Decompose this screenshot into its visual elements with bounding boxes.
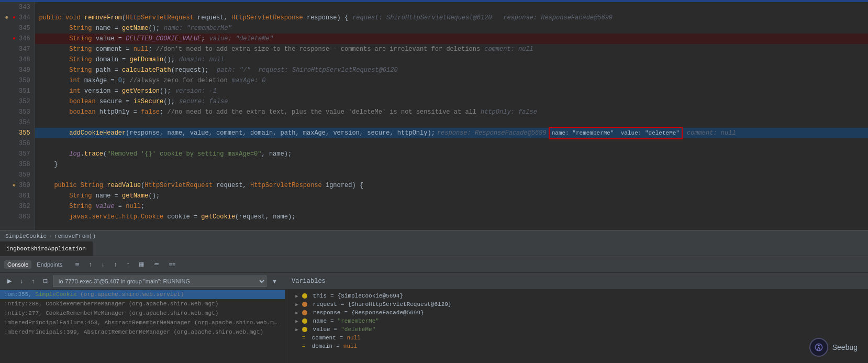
var-list: ▶ this = {SimpleCookie@5694} ▶ request =… (285, 290, 868, 363)
debug-marker-344: ⊕ (4, 15, 9, 20)
code-line-344: public void removeFrom(HttpServletReques… (35, 13, 868, 23)
line-361: 361 (19, 191, 30, 201)
code-content: public void removeFrom(HttpServletReques… (35, 2, 868, 230)
thread-selector: ▶ ↓ ↑ ⊟ io-7770-exec-3"@5,407 in group "… (0, 273, 285, 290)
tab-bar: ingbootShiroApplication (0, 241, 868, 256)
var-icon-this (302, 293, 307, 299)
evaluate-expression[interactable]: ▦ (136, 260, 147, 269)
code-editor: 343 ⊕ ● 344 345 ● 346 347 348 349 350 35… (0, 2, 868, 230)
line-numbers: 343 ⊕ ● 344 345 ● 346 347 348 349 350 35… (0, 2, 35, 230)
var-icon-response (302, 310, 307, 315)
line-358: 358 (19, 159, 30, 170)
run-to-cursor[interactable]: ↑ (123, 260, 132, 269)
code-line-358: } (35, 159, 868, 170)
line-356: 356 (19, 138, 30, 149)
resume-button[interactable]: ≡ (72, 259, 82, 270)
step-out[interactable]: ↑ (110, 260, 120, 269)
code-line-347: String comment = null; //don't need to a… (35, 44, 868, 54)
code-line-356 (35, 138, 868, 149)
var-icon-domain: = (302, 344, 305, 349)
line-363: 363 (19, 212, 30, 222)
expand-value: ▶ (294, 326, 300, 333)
line-360: 360 (19, 180, 30, 191)
var-icon-value (302, 327, 307, 332)
var-icon-name (302, 318, 307, 324)
line-343: 343 (19, 2, 30, 13)
endpoints-button[interactable]: Endpoints (34, 260, 65, 269)
var-comment[interactable]: ▶ = comment = null (285, 334, 868, 342)
stack-frame-1[interactable]: :ntity:288, CookieRememberMeManager (org… (0, 299, 285, 309)
var-response[interactable]: ▶ response = {ResponseFacade@5699} (285, 309, 868, 317)
variables-title: Variables (292, 278, 326, 285)
line-357: 357 (19, 149, 30, 159)
code-line-360: public String readValue(HttpServletReque… (35, 180, 868, 191)
variables-panel: Variables ▶ this = {SimpleCookie@5694} ▶… (285, 273, 868, 363)
code-line-351: int version = getVersion(); version: -1 (35, 86, 868, 96)
step-over-up[interactable]: ↑ (85, 260, 95, 269)
debug-marker-360: ⊕ (12, 183, 17, 188)
code-line-349: String path = calculatePath(request); pa… (35, 65, 868, 75)
expand-name: ▶ (294, 318, 300, 324)
thread-filter[interactable]: ⊟ (40, 277, 51, 285)
thread-step-out[interactable]: ↑ (28, 277, 38, 286)
tab-application[interactable]: ingbootShiroApplication (0, 241, 93, 256)
var-name[interactable]: ▶ name = "rememberMe" (285, 317, 868, 325)
var-value[interactable]: ▶ value = "deleteMe" (285, 325, 868, 334)
line-346: 346 (19, 34, 30, 44)
code-line-352: boolean secure = isSecure(); secure: fal… (35, 96, 868, 107)
view-breakpoints[interactable]: ≔ (150, 260, 162, 269)
line-344: 344 (19, 13, 30, 23)
thread-dropdown-arrow[interactable]: ▼ (269, 277, 281, 285)
stack-frame-2[interactable]: :ntity:277, CookieRememberMeManager (org… (0, 309, 285, 318)
expand-response: ▶ (294, 310, 300, 316)
code-line-357: log.trace("Removed '{}' cookie by settin… (35, 149, 868, 159)
seebug-label: Seebug (832, 343, 858, 351)
line-355: 355 (19, 128, 30, 138)
var-icon-request (302, 302, 307, 307)
thread-step[interactable]: ↓ (17, 277, 26, 286)
stack-frame-3[interactable]: :mberedPrincipalFailure:458, AbstractRem… (0, 318, 285, 327)
breadcrumb-separator: › (49, 233, 52, 239)
line-350: 350 (19, 75, 30, 86)
expand-comment: ▶ (294, 335, 300, 341)
variables-header: Variables (285, 273, 868, 290)
code-line-362: String value = null; (35, 201, 868, 212)
code-line-345: String name = getName(); name: "remember… (35, 23, 868, 34)
var-request[interactable]: ▶ request = {ShiroHttpServletRequest@612… (285, 300, 868, 309)
breakpoint-344[interactable]: ● (12, 15, 17, 20)
seebug-logo: Seebug (809, 338, 858, 357)
breadcrumb-bar: SimpleCookie › removeFrom() (0, 230, 868, 241)
thread-dropdown[interactable]: io-7770-exec-3"@5,407 in group "main": R… (53, 276, 266, 287)
code-line-361: String name = getName(); (35, 191, 868, 201)
var-icon-comment: = (302, 335, 305, 341)
stack-frame-4[interactable]: :mberedPrincipals:399, AbstractRememberM… (0, 327, 285, 337)
console-button[interactable]: Console (4, 260, 31, 269)
line-352: 352 (19, 96, 30, 107)
mute-breakpoints[interactable]: ≡≡ (165, 260, 179, 269)
thread-resume[interactable]: ▶ (4, 277, 15, 285)
code-line-359 (35, 170, 868, 180)
expand-this: ▶ (294, 293, 300, 299)
var-this[interactable]: ▶ this = {SimpleCookie@5694} (285, 292, 868, 300)
stack-frame-0[interactable]: :om:355, SimpleCookie (org.apache.shiro.… (0, 290, 285, 299)
var-domain[interactable]: ▶ = domain = null (285, 342, 868, 350)
breadcrumb-method: removeFrom() (54, 233, 96, 239)
line-345: 345 (19, 23, 30, 34)
code-line-354 (35, 117, 868, 128)
expand-domain: ▶ (294, 343, 300, 349)
code-line-353: boolean httpOnly = false; //no need to a… (35, 107, 868, 117)
breakpoint-346[interactable]: ● (12, 36, 17, 41)
line-359: 359 (19, 170, 30, 180)
line-362: 362 (19, 201, 30, 212)
svg-point-1 (818, 345, 819, 346)
bottom-panel: ▶ ↓ ↑ ⊟ io-7770-exec-3"@5,407 in group "… (0, 273, 868, 363)
line-347: 347 (19, 44, 30, 54)
line-354: 354 (19, 117, 30, 128)
code-line-343 (35, 2, 868, 13)
seebug-icon (809, 338, 828, 357)
code-line-350: int maxAge = 0; //always zero for deleti… (35, 75, 868, 86)
step-into-down[interactable]: ↓ (98, 260, 107, 269)
code-line-346: String value = DELETED_COOKIE_VALUE; val… (35, 34, 868, 44)
breadcrumb-class: SimpleCookie (5, 233, 47, 239)
line-353: 353 (19, 107, 30, 117)
